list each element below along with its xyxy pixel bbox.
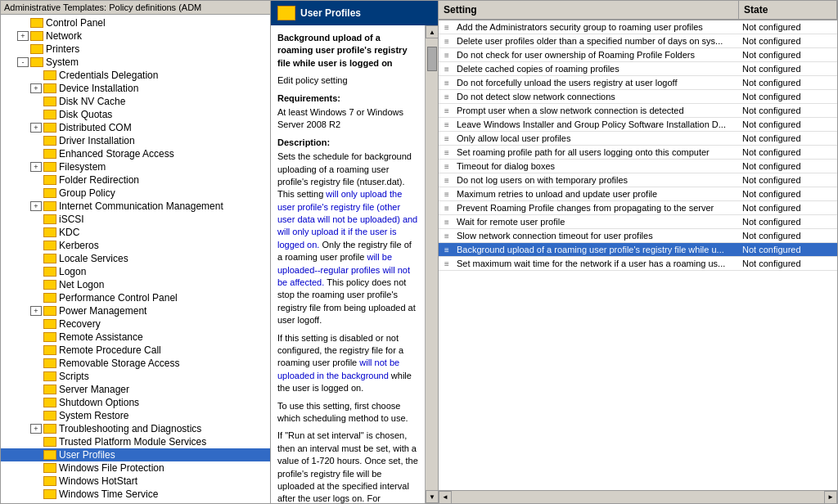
sidebar-item-logon[interactable]: Logon <box>1 265 270 278</box>
table-row[interactable]: ≡Leave Windows Installer and Group Polic… <box>439 118 837 132</box>
sidebar-item-user-profiles[interactable]: User Profiles <box>1 448 270 461</box>
middle-panel-title: User Profiles <box>300 7 361 19</box>
sidebar-item-label-removable-storage: Removable Storage Access <box>59 358 179 369</box>
row-icon: ≡ <box>439 259 455 268</box>
folder-icon-device-installation <box>43 83 56 93</box>
scroll-up-arrow[interactable]: ▲ <box>426 25 438 38</box>
tree-toggle-troubleshooting[interactable]: + <box>30 424 42 434</box>
sidebar-item-disk-nv-cache[interactable]: Disk NV Cache <box>1 95 270 108</box>
sidebar-item-locale-services[interactable]: Locale Services <box>1 252 270 265</box>
sidebar-item-performance-control[interactable]: Performance Control Panel <box>1 291 270 304</box>
edit-policy-link[interactable]: Edit policy setting <box>277 75 348 85</box>
table-row[interactable]: ≡Set roaming profile path for all users … <box>439 146 837 160</box>
table-row[interactable]: ≡Do not forcefully unload the users regi… <box>439 76 837 90</box>
sidebar-item-iscsi[interactable]: iSCSI <box>1 213 270 226</box>
sidebar-item-shutdown-options[interactable]: Shutdown Options <box>1 396 270 409</box>
sidebar-item-label-filesystem: Filesystem <box>59 161 106 173</box>
table-row[interactable]: ≡Delete user profiles older than a speci… <box>439 34 837 48</box>
sidebar-item-recovery[interactable]: Recovery <box>1 317 270 331</box>
row-icon: ≡ <box>439 23 455 32</box>
tree-toggle-power-management[interactable]: + <box>30 306 42 316</box>
table-row[interactable]: ≡Set maximum wait time for the network i… <box>439 257 837 271</box>
sidebar-item-control-panel[interactable]: Control Panel <box>1 16 270 29</box>
sidebar-item-server-manager[interactable]: Server Manager <box>1 383 270 396</box>
sidebar-item-removable-storage[interactable]: Removable Storage Access <box>1 357 270 370</box>
sidebar-item-driver-installation[interactable]: Driver Installation <box>1 134 270 147</box>
row-state-text: Not configured <box>739 49 837 61</box>
table-row[interactable]: ≡Slow network connection timeout for use… <box>439 229 837 243</box>
sidebar-item-remote-procedure[interactable]: Remote Procedure Call <box>1 344 270 357</box>
folder-icon-folder-redirection <box>43 175 56 185</box>
table-row[interactable]: ≡Do not detect slow network connectionsN… <box>439 90 837 104</box>
row-icon: ≡ <box>439 79 455 88</box>
h-scroll-track[interactable] <box>452 491 824 503</box>
row-icon: ≡ <box>439 190 455 199</box>
sidebar-item-folder-redirection[interactable]: Folder Redirection <box>1 173 270 187</box>
tree-toggle-network[interactable]: + <box>17 31 29 41</box>
table-row[interactable]: ≡Add the Administrators security group t… <box>439 20 837 34</box>
sidebar-item-label-internet-communication: Internet Communication Management <box>59 200 223 212</box>
sidebar-item-enhanced-storage-access[interactable]: Enhanced Storage Access <box>1 147 270 160</box>
sidebar-item-disk-quotas[interactable]: Disk Quotas <box>1 108 270 121</box>
row-setting-text: Maximum retries to unload and update use… <box>455 188 739 200</box>
table-row[interactable]: ≡Maximum retries to unload and update us… <box>439 187 837 201</box>
tree-toggle-filesystem[interactable]: + <box>30 162 42 172</box>
sidebar-item-windows-hotstart[interactable]: Windows HotStart <box>1 475 270 488</box>
sidebar-item-system-restore[interactable]: System Restore <box>1 409 270 422</box>
sidebar-item-troubleshooting[interactable]: +Troubleshooting and Diagnostics <box>1 422 270 435</box>
sidebar-item-kerberos[interactable]: Kerberos <box>1 239 270 252</box>
sidebar-item-internet-communication[interactable]: +Internet Communication Management <box>1 200 270 213</box>
desc-text-3: To use this setting, first choose which … <box>277 400 418 425</box>
row-setting-text: Set roaming profile path for all users l… <box>455 146 739 158</box>
folder-icon-network <box>30 31 43 41</box>
tree-header: Administrative Templates: Policy definit… <box>1 1 270 15</box>
table-row[interactable]: ≡Timeout for dialog boxesNot configured <box>439 160 837 173</box>
sidebar-item-scripts[interactable]: Scripts <box>1 370 270 383</box>
sidebar-item-remote-assistance[interactable]: Remote Assistance <box>1 331 270 344</box>
row-icon: ≡ <box>439 162 455 171</box>
sidebar-item-printers[interactable]: Printers <box>1 43 270 56</box>
scroll-thumb[interactable] <box>427 47 437 71</box>
sidebar-item-label-group-policy: Group Policy <box>59 187 115 199</box>
row-setting-text: Background upload of a roaming user prof… <box>455 244 739 255</box>
settings-table-body: ≡Add the Administrators security group t… <box>439 20 837 490</box>
table-row[interactable]: ≡Only allow local user profilesNot confi… <box>439 132 837 146</box>
folder-icon-kdc <box>43 227 56 237</box>
middle-scrollbar[interactable]: ▲ ▼ <box>425 25 438 503</box>
sidebar-item-windows-time-service[interactable]: Windows Time Service <box>1 488 270 501</box>
row-state-text: Not configured <box>739 146 837 158</box>
table-row[interactable]: ≡Prompt user when a slow network connect… <box>439 104 837 118</box>
table-row[interactable]: ≡Do not log users on with temporary prof… <box>439 173 837 187</box>
tree-toggle-device-installation[interactable]: + <box>30 83 42 93</box>
sidebar-item-power-management[interactable]: +Power Management <box>1 304 270 317</box>
sidebar-item-system[interactable]: -System <box>1 56 270 69</box>
table-row[interactable]: ≡Background upload of a roaming user pro… <box>439 243 837 257</box>
row-setting-text: Prompt user when a slow network connecti… <box>455 105 739 116</box>
sidebar-item-credentials-delegation[interactable]: Credentials Delegation <box>1 69 270 82</box>
sidebar-item-device-installation[interactable]: +Device Installation <box>1 82 270 95</box>
tree-toggle-distributed-com[interactable]: + <box>30 123 42 133</box>
sidebar-item-windows-file-protection[interactable]: Windows File Protection <box>1 461 270 475</box>
scroll-left-arrow[interactable]: ◄ <box>439 491 452 504</box>
table-row[interactable]: ≡Prevent Roaming Profile changes from pr… <box>439 201 837 215</box>
sidebar-item-trusted-platform[interactable]: Trusted Platform Module Services <box>1 435 270 448</box>
bottom-scrollbar[interactable]: ◄ ► <box>439 490 837 503</box>
row-state-text: Not configured <box>739 35 837 47</box>
folder-icon-kerberos <box>43 241 56 250</box>
table-row[interactable]: ≡Wait for remote user profileNot configu… <box>439 215 837 229</box>
tree-toggle-system[interactable]: - <box>17 57 29 67</box>
sidebar-item-net-logon[interactable]: Net Logon <box>1 278 270 291</box>
folder-icon-disk-quotas <box>43 110 56 119</box>
sidebar-item-group-policy[interactable]: Group Policy <box>1 187 270 200</box>
sidebar-item-kdc[interactable]: KDC <box>1 226 270 239</box>
table-row[interactable]: ≡Delete cached copies of roaming profile… <box>439 62 837 76</box>
tree-toggle-internet-communication[interactable]: + <box>30 201 42 211</box>
scroll-right-arrow[interactable]: ► <box>824 491 837 504</box>
sidebar-item-network[interactable]: +Network <box>1 29 270 43</box>
sidebar-item-distributed-com[interactable]: +Distributed COM <box>1 121 270 134</box>
table-row[interactable]: ≡Do not check for user ownership of Roam… <box>439 48 837 62</box>
scroll-down-arrow[interactable]: ▼ <box>426 490 438 503</box>
folder-icon-driver-installation <box>43 136 56 146</box>
sidebar-item-filesystem[interactable]: +Filesystem <box>1 160 270 173</box>
row-setting-text: Timeout for dialog boxes <box>455 160 739 172</box>
